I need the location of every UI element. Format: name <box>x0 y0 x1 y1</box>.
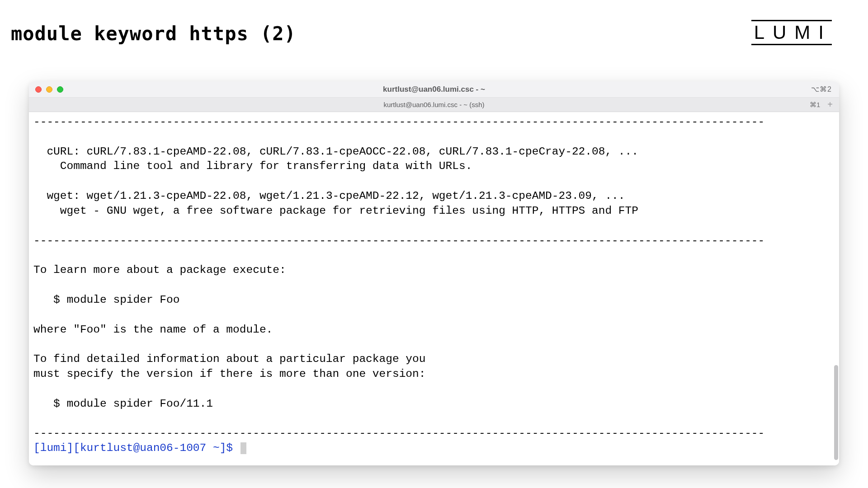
slide-title: module keyword https (2) <box>11 23 296 45</box>
cursor-icon <box>241 442 246 454</box>
tab-bar: kurtlust@uan06.lumi.csc - ~ (ssh) ⌘1 + <box>29 98 839 112</box>
scrollbar-thumb[interactable] <box>834 365 838 460</box>
help-text: $ module spider Foo/11.1 <box>33 398 213 410</box>
terminal-body[interactable]: ----------------------------------------… <box>29 112 839 465</box>
help-text: To learn more about a package execute: <box>33 264 286 276</box>
curl-modules-line: cURL: cURL/7.83.1-cpeAMD-22.08, cURL/7.8… <box>33 145 638 158</box>
wget-modules-line: wget: wget/1.21.3-cpeAMD-22.08, wget/1.2… <box>33 190 625 202</box>
help-text: To find detailed information about a par… <box>33 353 425 365</box>
help-text: $ module spider Foo <box>33 294 179 306</box>
curl-description: Command line tool and library for transf… <box>33 160 472 172</box>
lumi-logo: LUMI <box>751 20 832 45</box>
shell-prompt: [lumi][kurtlust@uan06-1007 ~]$ <box>33 442 233 454</box>
tab-title[interactable]: kurtlust@uan06.lumi.csc - ~ (ssh) <box>29 101 839 108</box>
divider-line: ----------------------------------------… <box>33 116 764 128</box>
help-text: must specify the version if there is mor… <box>33 368 425 380</box>
wget-description: wget - GNU wget, a free software package… <box>33 205 638 217</box>
terminal-window: kurtlust@uan06.lumi.csc - ~ ⌥⌘2 kurtlust… <box>29 81 839 465</box>
divider-line: ----------------------------------------… <box>33 235 764 247</box>
divider-line: ----------------------------------------… <box>33 427 764 439</box>
help-text: where "Foo" is the name of a module. <box>33 324 273 336</box>
window-title: kurtlust@uan06.lumi.csc - ~ <box>29 85 839 94</box>
window-titlebar: kurtlust@uan06.lumi.csc - ~ ⌥⌘2 <box>29 81 839 98</box>
